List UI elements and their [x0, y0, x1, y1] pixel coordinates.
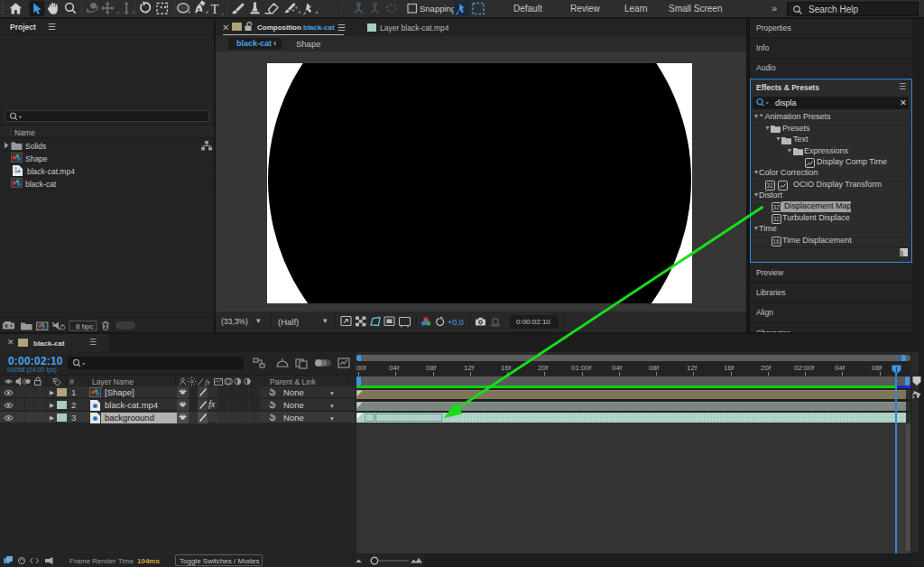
- svg-text:Snapping: Snapping: [420, 4, 456, 14]
- svg-text:,: ,: [222, 7, 224, 16]
- svg-text:32: 32: [766, 182, 773, 189]
- svg-text:16: 16: [772, 238, 780, 245]
- svg-text:+0,0: +0,0: [448, 318, 464, 327]
- svg-text:8 bpc: 8 bpc: [76, 322, 94, 330]
- svg-text:Parent & Link: Parent & Link: [270, 377, 317, 386]
- svg-text:32: 32: [772, 216, 780, 222]
- svg-text:Layer Name: Layer Name: [92, 377, 134, 386]
- svg-text:#: #: [69, 377, 74, 386]
- svg-text:T: T: [211, 2, 219, 16]
- svg-text:fx: fx: [205, 377, 210, 386]
- svg-text:32: 32: [772, 204, 780, 210]
